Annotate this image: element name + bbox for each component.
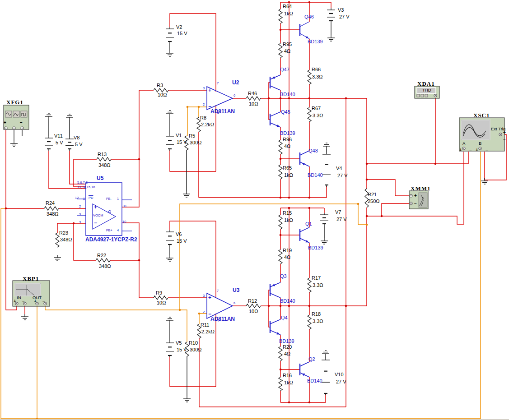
xfg1-triangle-button[interactable] (13, 111, 19, 117)
label-v6-val[interactable]: 15 V (177, 238, 187, 244)
label-xmm1-title[interactable]: XMM1 (411, 185, 430, 192)
label-r64-val[interactable]: 1kΩ (284, 11, 293, 16)
label-r67-ref[interactable]: R67 (312, 106, 321, 111)
label-q48-ref[interactable]: Q48 (308, 148, 318, 153)
label-q1-ref[interactable]: Q1 (305, 221, 312, 226)
label-v5-ref[interactable]: V5 (176, 340, 182, 346)
label-r22-val[interactable]: 348Ω (99, 263, 111, 269)
label-v2-ref[interactable]: V2 (176, 24, 182, 30)
transistor-q2-symbol[interactable] (300, 362, 309, 377)
label-v4-ref[interactable]: V4 (336, 166, 342, 171)
instrument-terminal[interactable] (479, 147, 481, 150)
label-r3-ref[interactable]: R3 (157, 83, 163, 88)
resistor-r46-symbol[interactable] (246, 97, 261, 100)
label-r8-val[interactable]: 2.2kΩ (201, 122, 214, 127)
label-r64-ref[interactable]: R64 (283, 4, 292, 9)
battery-v11-symbol[interactable] (45, 136, 53, 151)
resistor-r13-symbol[interactable] (97, 157, 111, 161)
label-r65-ref[interactable]: R65 (283, 165, 292, 171)
label-r13-val[interactable]: 348Ω (98, 162, 111, 168)
resistor-r15-symbol[interactable] (279, 215, 282, 229)
label-r95-ref[interactable]: R95 (283, 42, 292, 47)
label-r21-val[interactable]: 250Ω (368, 198, 380, 204)
label-r5-val[interactable]: 300Ω (190, 140, 202, 145)
wires-red[interactable] (6, 2, 506, 407)
label-v7-ref[interactable]: V7 (335, 209, 341, 215)
label-r23-ref[interactable]: R23 (59, 230, 68, 235)
resistor-r3-symbol[interactable] (154, 88, 168, 92)
label-r11-val[interactable]: 2.2kΩ (201, 329, 215, 334)
resistor-r19-symbol[interactable] (279, 249, 282, 264)
label-q46-ref[interactable]: Q46 (304, 14, 314, 19)
label-r10-ref[interactable]: R10 (189, 340, 198, 346)
label-v11-val[interactable]: 5 V (56, 140, 63, 145)
battery-v7-symbol[interactable] (320, 213, 328, 226)
resistor-r17-symbol[interactable] (308, 278, 311, 292)
resistor-r66-symbol[interactable] (308, 70, 311, 84)
resistor-r96-symbol[interactable] (279, 140, 282, 154)
label-v1-val[interactable]: 15 V (177, 139, 187, 145)
label-q47-part[interactable]: BD140 (280, 92, 295, 97)
transistor-q1-symbol[interactable] (300, 227, 309, 243)
label-xbp1-title[interactable]: XBP1 (23, 275, 39, 282)
xfg1-square-button[interactable] (21, 111, 27, 117)
label-r21-ref[interactable]: R21 (368, 192, 377, 197)
instrument-terminal[interactable] (462, 147, 465, 150)
transistor-q46-symbol[interactable] (300, 22, 309, 39)
instrument-terminal[interactable] (499, 133, 502, 136)
resistor-r95-symbol[interactable] (279, 43, 282, 58)
label-u5-ref[interactable]: U5 (97, 175, 103, 181)
battery-v3-symbol[interactable] (327, 8, 335, 23)
label-xfg1-title[interactable]: XFG1 (6, 99, 23, 106)
label-r18-val[interactable]: 3.3Ω (313, 318, 323, 324)
label-r19-ref[interactable]: R19 (283, 248, 292, 253)
label-r18-ref[interactable]: R18 (312, 311, 321, 317)
diffamp-u5-symbol[interactable] (77, 183, 132, 235)
label-q46-part[interactable]: BD139 (308, 39, 323, 44)
label-r46-ref[interactable]: R46 (248, 91, 257, 96)
label-v10-val[interactable]: 27 V (336, 379, 346, 384)
transistor-q4-symbol[interactable] (270, 319, 280, 335)
xmm1-instrument[interactable] (409, 191, 428, 209)
label-r10-val[interactable]: 300Ω (190, 347, 202, 352)
label-r96-ref[interactable]: R96 (283, 137, 292, 142)
label-q1-part[interactable]: BD139 (308, 245, 323, 250)
label-u2-part[interactable]: AD811AN (210, 108, 235, 115)
label-u3-part[interactable]: AD811AN (210, 316, 235, 322)
resistor-r16-symbol[interactable] (279, 377, 282, 391)
battery-v5-symbol[interactable] (166, 341, 174, 357)
resistor-r24-symbol[interactable] (44, 207, 59, 210)
label-q2-ref[interactable]: Q2 (308, 356, 315, 362)
xfg1-sine-button[interactable] (5, 111, 12, 117)
label-r95-val[interactable]: 4Ω (284, 48, 290, 54)
instrument-terminal[interactable] (434, 94, 437, 97)
label-v7-val[interactable]: 27 V (336, 217, 347, 222)
battery-v4-symbol[interactable] (322, 152, 331, 187)
label-q2-part[interactable]: BD140 (307, 378, 322, 383)
label-v11-ref[interactable]: V11 (54, 133, 63, 138)
label-r11-ref[interactable]: R11 (201, 322, 209, 328)
label-r96-val[interactable]: 4Ω (284, 143, 290, 149)
transistor-q48-symbol[interactable] (300, 151, 309, 166)
label-v10-ref[interactable]: V10 (335, 372, 344, 377)
label-q4-part[interactable]: BD139 (279, 338, 294, 344)
label-v8-ref[interactable]: V8 (74, 135, 79, 140)
label-r12-val[interactable]: 10Ω (249, 309, 258, 314)
instrument-terminal[interactable] (410, 202, 412, 205)
resistor-r18-symbol[interactable] (308, 315, 311, 329)
label-v3-ref[interactable]: V3 (338, 7, 344, 13)
label-r20-ref[interactable]: R20 (283, 344, 292, 350)
resistor-r67-symbol[interactable] (308, 107, 311, 122)
label-r17-val[interactable]: 3.3Ω (313, 282, 323, 288)
label-q45-part[interactable]: BD139 (280, 130, 295, 136)
label-v8-val[interactable]: 5 V (75, 142, 83, 147)
resistor-r65-symbol[interactable] (279, 165, 282, 179)
transistor-q47-symbol[interactable] (270, 75, 280, 90)
label-r16-ref[interactable]: R16 (283, 373, 292, 378)
label-r17-ref[interactable]: R17 (312, 275, 321, 281)
instrument-terminal[interactable] (410, 194, 412, 197)
label-r67-val[interactable]: 3.3Ω (313, 113, 323, 118)
label-v1-ref[interactable]: V1 (176, 133, 182, 138)
battery-v1-symbol[interactable] (166, 134, 174, 151)
label-r16-val[interactable]: 1kΩ (284, 380, 293, 385)
